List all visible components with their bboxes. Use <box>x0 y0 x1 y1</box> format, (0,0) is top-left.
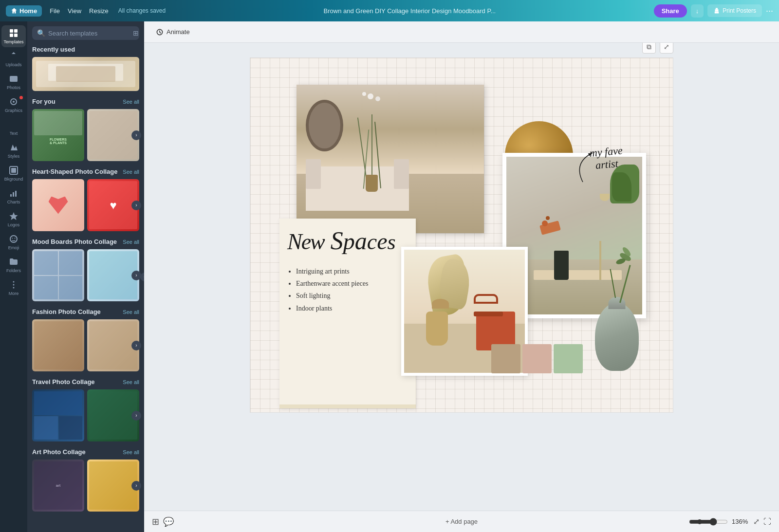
menu-file[interactable]: File <box>50 7 60 15</box>
bullet-2: Earthenware accent pieces <box>296 277 408 290</box>
more-label: More <box>9 291 19 296</box>
menu-view[interactable]: View <box>68 7 81 15</box>
swatch-blush <box>522 344 552 373</box>
svg-point-7 <box>11 77 13 79</box>
main-photo <box>297 85 484 233</box>
animate-button[interactable]: Animate <box>152 26 194 38</box>
emoji-label: Emoji <box>8 245 19 250</box>
fashion-title: Fashion Photo Collage <box>32 308 101 315</box>
sidebar-item-uploads[interactable]: Uploads <box>1 48 26 70</box>
svg-point-20 <box>13 284 15 286</box>
fashion-template-1[interactable] <box>32 319 84 371</box>
sidebar-item-text[interactable]: Text <box>1 117 26 139</box>
recently-used-title: Recently used <box>32 46 75 53</box>
bottom-left-buttons: ⊞ 💬 <box>152 516 174 527</box>
svg-point-17 <box>12 238 13 239</box>
for-you-grid: FLOWERS& PLANTS › <box>32 109 139 161</box>
travel-nav-arrow[interactable]: › <box>131 411 141 421</box>
for-you-nav-arrow[interactable]: › <box>131 130 141 140</box>
photos-label: Photos <box>7 85 20 90</box>
heart-nav-arrow[interactable]: › <box>131 201 141 210</box>
moodboard[interactable]: New Spaces Intriguing art prints Earthen… <box>250 57 673 413</box>
fashion-header: Fashion Photo Collage See all <box>32 308 139 315</box>
svg-rect-13 <box>13 192 14 197</box>
recently-used-template[interactable] <box>32 57 139 91</box>
menu-resize[interactable]: Resize <box>89 7 109 15</box>
for-you-template-1[interactable]: FLOWERS& PLANTS <box>32 109 84 161</box>
svg-point-16 <box>10 236 17 242</box>
sidebar-item-folders[interactable]: Folders <box>1 254 26 276</box>
search-input[interactable] <box>48 30 130 37</box>
heart-template-1[interactable] <box>32 179 84 231</box>
document-title: Brown and Green DIY Collage Interior Des… <box>173 7 646 15</box>
home-label: Home <box>19 7 37 15</box>
script-text: my fave artist <box>589 144 624 172</box>
canvas-scroll[interactable]: ⧉ ⤢ <box>144 43 779 511</box>
share-button[interactable]: Share <box>654 4 687 18</box>
templates-icon <box>9 28 19 38</box>
sidebar-item-background[interactable]: Bkground <box>1 163 26 184</box>
fashion-nav-arrow[interactable]: › <box>131 341 141 350</box>
home-button[interactable]: Home <box>6 5 42 17</box>
search-icon: 🔍 <box>37 29 45 37</box>
topbar: Home File View Resize All changes saved … <box>0 0 779 21</box>
art-template-1[interactable]: art <box>32 459 84 512</box>
graphics-notification <box>19 96 23 99</box>
sidebar-item-templates[interactable]: Templates <box>1 25 26 47</box>
download-button[interactable]: ↓ <box>691 4 704 18</box>
art-see-all[interactable]: See all <box>123 449 139 455</box>
travel-template-1[interactable] <box>32 389 84 441</box>
text-icon <box>9 120 19 129</box>
sidebar-item-photos[interactable]: Photos <box>1 71 26 93</box>
grid-view-button[interactable]: ⊞ <box>152 516 159 527</box>
panel-collapse-button[interactable]: ‹ <box>140 273 144 281</box>
swatch-tan <box>491 344 520 373</box>
art-nav-arrow[interactable]: › <box>131 481 141 491</box>
for-you-see-all[interactable]: See all <box>123 99 139 105</box>
styles-icon <box>9 143 19 152</box>
mood-boards-see-all[interactable]: See all <box>123 239 139 245</box>
templates-label: Templates <box>3 39 23 44</box>
zoom-controls: 136% ⤢ ⛶ <box>689 517 771 526</box>
notes-button[interactable]: 💬 <box>163 516 174 527</box>
travel-header: Travel Photo Collage See all <box>32 378 139 385</box>
charts-label: Charts <box>7 200 20 204</box>
animate-icon <box>156 28 164 36</box>
background-label: Bkground <box>4 177 23 182</box>
mood-template-1[interactable] <box>32 249 84 301</box>
swatch-sage <box>554 344 583 373</box>
svg-rect-12 <box>10 194 12 197</box>
fashion-see-all[interactable]: See all <box>123 309 139 315</box>
sidebar-item-emoji[interactable]: Emoji <box>1 231 26 253</box>
sidebar-item-charts[interactable]: Charts <box>1 185 26 207</box>
fullscreen-button[interactable]: ⛶ <box>763 517 771 526</box>
mood-nav-arrow[interactable]: › <box>131 271 141 280</box>
filter-icon[interactable]: ⊞ <box>133 29 139 37</box>
copy-icon[interactable]: ⧉ <box>642 43 656 54</box>
sidebar-item-more[interactable]: More <box>1 277 26 299</box>
svg-rect-2 <box>10 29 13 33</box>
fit-to-screen-button[interactable]: ⤢ <box>753 517 760 526</box>
art-grid: art › <box>32 459 139 512</box>
zoom-slider-thumb <box>697 519 702 524</box>
more-options-button[interactable]: ··· <box>766 6 773 16</box>
print-label: Print Posters <box>723 7 756 14</box>
topbar-right-actions: Share ↓ Print Posters ··· <box>654 4 773 18</box>
expand-icon[interactable]: ⤢ <box>660 43 673 54</box>
folders-label: Folders <box>6 268 21 273</box>
moodboard-heading: New Spaces <box>287 228 408 254</box>
sidebar-item-logos[interactable]: Logos <box>1 208 26 230</box>
styles-label: Styles <box>8 154 20 159</box>
uploads-label: Uploads <box>5 62 21 67</box>
svg-marker-15 <box>10 212 18 220</box>
emoji-icon <box>9 234 19 244</box>
travel-see-all[interactable]: See all <box>123 379 139 385</box>
add-page-button[interactable]: + Add page <box>445 518 478 525</box>
bullet-list: Intriguing art prints Earthenware accent… <box>287 265 408 314</box>
animate-label: Animate <box>167 28 190 36</box>
sidebar-item-styles[interactable]: Styles <box>1 140 26 162</box>
zoom-slider[interactable] <box>689 518 728 526</box>
print-button[interactable]: Print Posters <box>707 4 762 17</box>
heart-shaped-see-all[interactable]: See all <box>123 169 139 175</box>
sidebar-item-graphics[interactable]: Graphics <box>1 94 26 116</box>
